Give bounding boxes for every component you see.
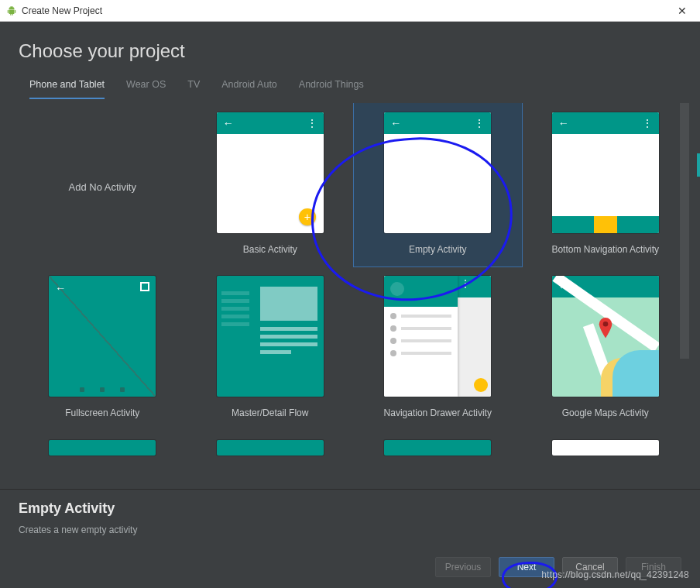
footer: Empty Activity Creates a new empty activ… xyxy=(0,489,700,588)
window-titlebar: Create New Project ✕ xyxy=(0,0,700,22)
template-bottom-navigation-activity[interactable]: ←⋮ Bottom Navigation Activity xyxy=(522,103,690,266)
template-label: Fullscreen Activity xyxy=(65,407,139,418)
tab-tv[interactable]: TV xyxy=(187,79,200,99)
template-label: Add No Activity xyxy=(69,181,136,193)
template-navigation-drawer-activity[interactable]: ⋮ Navigation Drawer Activity xyxy=(354,266,522,430)
more-icon: ⋮ xyxy=(474,120,485,126)
template-master-detail-flow[interactable]: Master/Detail Flow xyxy=(187,266,355,430)
fullscreen-icon xyxy=(140,282,149,291)
back-arrow-icon: ← xyxy=(390,117,401,129)
template-thumbnail: ⋮ xyxy=(384,276,491,397)
template-thumbnail: ← xyxy=(552,276,659,397)
back-arrow-icon: ← xyxy=(558,117,569,129)
template-label: Google Maps Activity xyxy=(562,407,649,418)
template-thumbnail: ←⋮ xyxy=(384,440,491,456)
template-fullscreen-activity[interactable]: ← Fullscreen Activity xyxy=(19,266,187,430)
templates-scrollarea[interactable]: Add No Activity ←⋮ + Basic Activity ←⋮ E… xyxy=(19,103,689,489)
previous-button[interactable]: Previous xyxy=(435,557,491,577)
template-label: Navigation Drawer Activity xyxy=(384,407,492,418)
window-title: Create New Project xyxy=(22,5,102,16)
template-thumbnail: ← xyxy=(49,276,156,397)
wizard-button-row: Previous Next Cancel Finish xyxy=(19,557,681,577)
template-google-maps-activity[interactable]: ← Google Maps Activity xyxy=(522,266,690,430)
scrollbar[interactable] xyxy=(680,103,689,359)
tab-phone-and-tablet[interactable]: Phone and Tablet xyxy=(29,79,105,99)
template-thumbnail: ←⋮ xyxy=(384,112,491,233)
template-empty-activity[interactable]: ←⋮ Empty Activity xyxy=(354,103,522,266)
map-pin-icon xyxy=(598,318,613,342)
dialog-body: Choose your project Phone and Tablet Wea… xyxy=(0,22,700,588)
template-label: Master/Detail Flow xyxy=(232,407,308,418)
template-peek[interactable]: ←⋮ xyxy=(354,431,522,467)
template-peek[interactable]: ←⋮ xyxy=(19,431,187,467)
template-thumbnail: ←⋮ xyxy=(552,112,659,233)
back-arrow-icon: ← xyxy=(55,282,66,294)
platform-tabs: Phone and Tablet Wear OS TV Android Auto… xyxy=(0,70,700,100)
page-title: Choose your project xyxy=(0,22,700,70)
fab-icon: + xyxy=(299,208,316,225)
tab-wear-os[interactable]: Wear OS xyxy=(126,79,166,99)
template-thumbnail xyxy=(217,276,324,397)
edge-accent xyxy=(697,153,700,177)
template-peek[interactable] xyxy=(522,431,690,467)
template-label: Empty Activity xyxy=(409,244,467,255)
template-label: Bottom Navigation Activity xyxy=(551,244,659,255)
template-thumbnail: ←⋮ xyxy=(49,440,156,456)
selection-description: Creates a new empty activity xyxy=(19,524,681,535)
template-thumbnail: ←⋮ + xyxy=(217,112,324,233)
tab-android-things[interactable]: Android Things xyxy=(299,79,364,99)
tab-android-auto[interactable]: Android Auto xyxy=(221,79,277,99)
close-icon[interactable]: ✕ xyxy=(671,5,694,17)
selection-title: Empty Activity xyxy=(19,500,681,517)
next-button[interactable]: Next xyxy=(499,557,554,577)
template-label: Basic Activity xyxy=(243,244,297,255)
more-icon: ⋮ xyxy=(307,120,317,126)
template-add-no-activity[interactable]: Add No Activity xyxy=(19,103,187,266)
templates-grid: Add No Activity ←⋮ + Basic Activity ←⋮ E… xyxy=(19,103,689,467)
template-peek[interactable]: ←⋮ xyxy=(187,431,355,467)
cancel-button[interactable]: Cancel xyxy=(562,557,618,577)
android-icon xyxy=(6,5,17,16)
template-thumbnail xyxy=(552,440,659,456)
template-basic-activity[interactable]: ←⋮ + Basic Activity xyxy=(187,103,355,266)
template-thumbnail: ←⋮ xyxy=(217,440,324,456)
svg-point-0 xyxy=(602,322,608,327)
back-arrow-icon: ← xyxy=(223,117,234,129)
finish-button[interactable]: Finish xyxy=(626,557,681,577)
more-icon: ⋮ xyxy=(642,120,653,126)
